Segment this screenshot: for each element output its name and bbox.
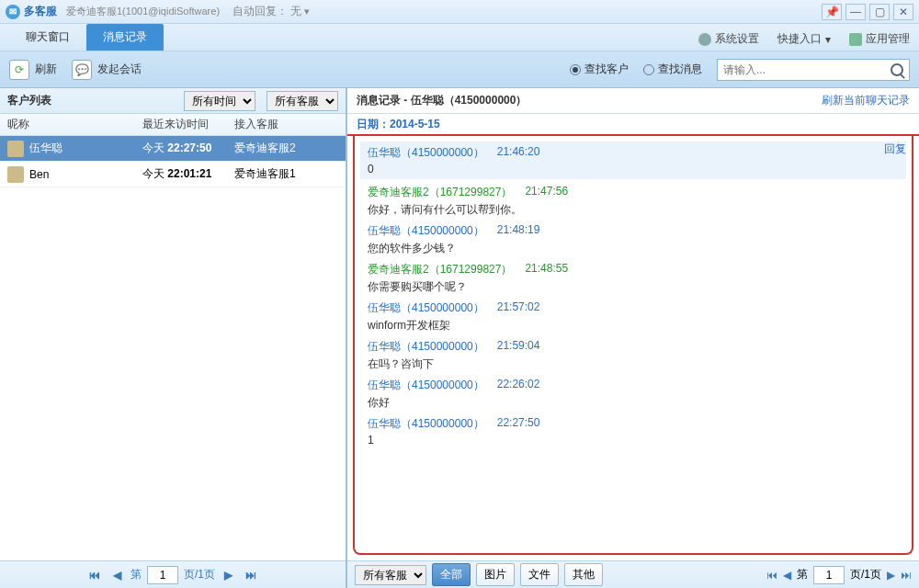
start-session-button[interactable]: 💬 发起会话 [72,60,142,80]
date-header: 日期：2014-5-15 [347,114,919,136]
pager-first[interactable]: ⏮ [85,569,104,582]
search-box [717,59,910,81]
filter-other-button[interactable]: 其他 [564,563,603,586]
titlebar: ✉ 多客服 爱奇迪客服1(1001@iqidiSoftware) 自动回复： 无… [0,0,919,24]
filter-file-button[interactable]: 文件 [520,563,559,586]
message-sender: 伍华聪（4150000000） [368,339,484,355]
agent: 爱奇迪客服2 [234,141,346,156]
left-pager: ⏮ ◀ 第 页/1页 ▶ ⏭ [0,560,346,588]
col-last-visit[interactable]: 最近来访时间 [142,117,234,132]
search-input[interactable] [723,63,891,76]
pager-last[interactable]: ⏭ [242,569,260,582]
footer-agent-select[interactable]: 所有客服 [355,565,426,585]
message: 伍华聪（4150000000） 21:59:04 在吗？咨询下 [368,339,897,372]
message-time: 21:47:56 [525,185,568,200]
message: 爱奇迪客服2（1671299827） 21:47:56 你好，请问有什么可以帮到… [368,185,897,218]
quick-entry-button[interactable]: 快捷入口 ▾ [768,28,840,51]
app-name: 多客服 [24,4,57,19]
message: 伍华聪（4150000000） 21:57:02 winform开发框架 [368,300,897,334]
search-icon[interactable] [891,63,903,76]
nickname: Ben [29,168,49,181]
titlebar-subtitle: 爱奇迪客服1(1001@iqidiSoftware) [66,5,220,18]
message-time: 21:46:20 [497,145,540,161]
pager-next[interactable]: ▶ [221,569,236,582]
refresh-button[interactable]: ⟳ 刷新 [9,60,57,80]
auto-reply-label: 自动回复： 无 ▾ [233,4,310,19]
toolbar: ⟳ 刷新 💬 发起会话 查找客户 查找消息 [0,51,919,88]
radio-dot-icon [643,64,654,75]
message-sender: 伍华聪（4150000000） [368,145,484,161]
message-time: 21:57:02 [497,300,540,316]
table-row[interactable]: 伍华聪 今天 22:27:50 爱奇迪客服2 [0,136,346,162]
pager-page-input[interactable] [147,566,178,584]
message-sender: 伍华聪（4150000000） [368,223,484,239]
record-title: 消息记录 - 伍华聪（4150000000） [357,93,527,108]
agent: 爱奇迪客服1 [234,166,346,182]
avatar [7,141,24,157]
gear-icon [698,33,711,46]
refresh-icon: ⟳ [9,60,29,80]
last-visit: 今天 22:01:21 [142,166,234,182]
pager-last[interactable]: ⏭ [901,569,912,582]
filter-all-button[interactable]: 全部 [432,563,471,586]
message: 伍华聪（4150000000） 22:26:02 你好 [368,378,897,411]
col-agent[interactable]: 接入客服 [234,117,346,132]
messages-container: 伍华聪（4150000000） 21:46:20 0 回复 爱奇迪客服2（167… [353,136,913,555]
message-time: 22:27:50 [497,416,540,432]
close-button[interactable]: ✕ [893,4,913,20]
right-footer: 所有客服 全部 图片 文件 其他 ⏮ ◀ 第 页/1页 ▶ ⏭ [347,560,919,588]
filter-image-button[interactable]: 图片 [476,563,515,586]
app-logo-icon: ✉ [6,5,20,19]
customer-rows: 伍华聪 今天 22:27:50 爱奇迪客服2Ben 今天 22:01:21 爱奇… [0,136,346,560]
window-buttons: 📌 — ▢ ✕ [822,4,913,20]
pager-prev[interactable]: ◀ [783,569,791,582]
pager-first[interactable]: ⏮ [766,569,777,582]
message: 伍华聪（4150000000） 21:48:19 您的软件多少钱？ [368,223,897,256]
filter-agent-select[interactable]: 所有客服 [267,91,338,111]
last-visit: 今天 22:27:50 [142,141,234,156]
minimize-button[interactable]: — [845,4,866,20]
message-body: 你需要购买哪个呢？ [368,279,897,295]
message-sender: 爱奇迪客服2（1671299827） [368,262,512,277]
message: 爱奇迪客服2（1671299827） 21:48:55 你需要购买哪个呢？ [368,262,897,295]
tab-chat-window[interactable]: 聊天窗口 [9,24,86,51]
avatar [7,166,24,183]
message-body: 你好，请问有什么可以帮到你。 [368,202,897,218]
pager-prev[interactable]: ◀ [109,569,125,582]
pin-button[interactable]: 📌 [822,4,842,20]
reply-link[interactable]: 回复 [884,141,906,157]
pager-page-input[interactable] [813,566,845,584]
message-body: winform开发框架 [368,318,897,334]
radio-dot-icon [570,64,581,75]
nickname: 伍华聪 [29,141,62,156]
customer-list-columns: 昵称 最近来访时间 接入客服 [0,114,346,136]
message-body: 0 [368,163,897,175]
message-body: 1 [368,434,897,447]
message-sender: 伍华聪（4150000000） [368,416,484,432]
message-time: 22:26:02 [497,378,540,393]
customer-list-title: 客户列表 [7,93,51,108]
find-message-radio[interactable]: 查找消息 [643,62,702,77]
app-manage-button[interactable]: 应用管理 [840,28,919,51]
find-customer-radio[interactable]: 查找客户 [570,62,629,77]
system-settings-button[interactable]: 系统设置 [689,28,768,51]
app-manage-icon [849,33,862,46]
message-body: 你好 [368,395,897,411]
message: 伍华聪（4150000000） 22:27:50 1 [368,416,897,447]
message-sender: 爱奇迪客服2（1671299827） [368,185,512,200]
message-body: 在吗？咨询下 [368,356,897,372]
app-logo: ✉ 多客服 [6,4,57,19]
message-time: 21:48:19 [497,223,540,239]
filter-time-select[interactable]: 所有时间 [184,91,255,111]
message-sender: 伍华聪（4150000000） [368,378,484,393]
pager-next[interactable]: ▶ [887,569,895,582]
message-time: 21:59:04 [497,339,540,355]
customer-list-pane: 客户列表 所有时间 所有客服 昵称 最近来访时间 接入客服 伍华聪 今天 22:… [0,88,347,588]
tab-message-record[interactable]: 消息记录 [86,24,164,51]
message-record-pane: 消息记录 - 伍华聪（4150000000） 刷新当前聊天记录 日期：2014-… [347,88,919,588]
col-nickname[interactable]: 昵称 [0,117,142,132]
maximize-button[interactable]: ▢ [869,4,890,20]
refresh-chat-link[interactable]: 刷新当前聊天记录 [822,93,910,108]
message-sender: 伍华聪（4150000000） [368,300,484,316]
table-row[interactable]: Ben 今天 22:01:21 爱奇迪客服1 [0,162,346,187]
